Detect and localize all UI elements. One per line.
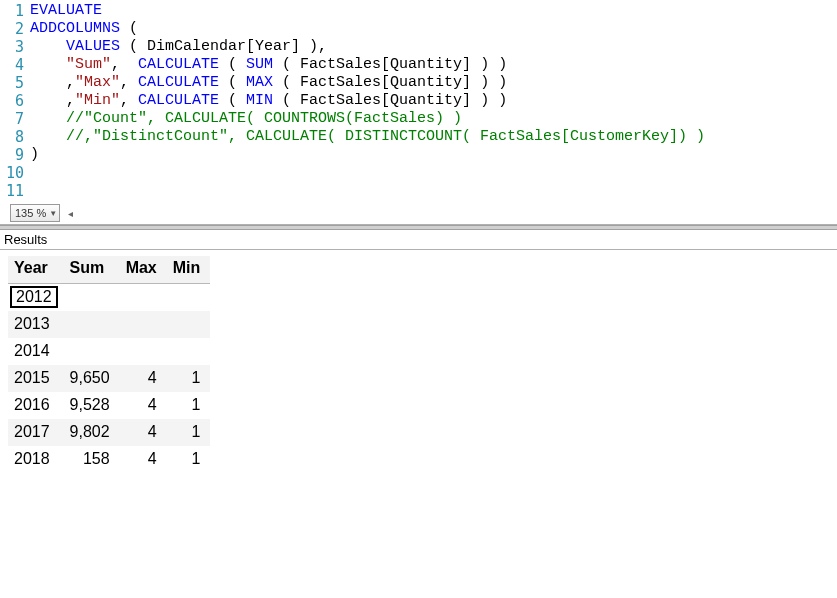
- column-header[interactable]: Max: [120, 256, 167, 284]
- cell-max[interactable]: [120, 284, 167, 312]
- scroll-left-icon[interactable]: ◂: [68, 208, 73, 219]
- line-number: 11: [0, 182, 30, 200]
- line-number: 9: [0, 146, 30, 164]
- cell-min[interactable]: 1: [167, 365, 211, 392]
- cell-year[interactable]: 2013: [8, 311, 64, 338]
- cell-max[interactable]: [120, 311, 167, 338]
- table-row[interactable]: 20159,65041: [8, 365, 210, 392]
- cell-min[interactable]: 1: [167, 392, 211, 419]
- chevron-down-icon: ▼: [49, 209, 57, 218]
- cell-sum[interactable]: [64, 311, 120, 338]
- code-content[interactable]: ): [30, 146, 39, 164]
- cell-sum[interactable]: [64, 284, 120, 312]
- cell-max[interactable]: [120, 338, 167, 365]
- code-line[interactable]: 11: [0, 182, 837, 200]
- cell-min[interactable]: [167, 338, 211, 365]
- code-editor[interactable]: 1EVALUATE2ADDCOLUMNS (3 VALUES ( DimCale…: [0, 0, 837, 200]
- code-line[interactable]: 7 //"Count", CALCULATE( COUNTROWS(FactSa…: [0, 110, 837, 128]
- cell-min[interactable]: 1: [167, 419, 211, 446]
- cell-min[interactable]: 1: [167, 446, 211, 473]
- cell-sum[interactable]: [64, 338, 120, 365]
- line-number: 5: [0, 74, 30, 92]
- cell-year[interactable]: 2014: [8, 338, 64, 365]
- code-line[interactable]: 8 //,"DistinctCount", CALCULATE( DISTINC…: [0, 128, 837, 146]
- cell-sum[interactable]: 9,650: [64, 365, 120, 392]
- cell-year[interactable]: 2017: [8, 419, 64, 446]
- table-header-row: YearSumMaxMin: [8, 256, 210, 284]
- code-content[interactable]: //,"DistinctCount", CALCULATE( DISTINCTC…: [30, 128, 705, 146]
- table-row[interactable]: 2014: [8, 338, 210, 365]
- code-line[interactable]: 2ADDCOLUMNS (: [0, 20, 837, 38]
- table-row[interactable]: 2013: [8, 311, 210, 338]
- table-row[interactable]: 20179,80241: [8, 419, 210, 446]
- cell-max[interactable]: 4: [120, 419, 167, 446]
- code-line[interactable]: 6 ,"Min", CALCULATE ( MIN ( FactSales[Qu…: [0, 92, 837, 110]
- code-line[interactable]: 5 ,"Max", CALCULATE ( MAX ( FactSales[Qu…: [0, 74, 837, 92]
- code-content[interactable]: ,"Max", CALCULATE ( MAX ( FactSales[Quan…: [30, 74, 507, 92]
- code-content[interactable]: VALUES ( DimCalendar[Year] ),: [30, 38, 327, 56]
- cell-sum[interactable]: 9,802: [64, 419, 120, 446]
- line-number: 2: [0, 20, 30, 38]
- line-number: 3: [0, 38, 30, 56]
- column-header[interactable]: Sum: [64, 256, 120, 284]
- code-line[interactable]: 9): [0, 146, 837, 164]
- cell-year[interactable]: 2018: [8, 446, 64, 473]
- cell-max[interactable]: 4: [120, 365, 167, 392]
- results-pane-label: Results: [0, 230, 837, 250]
- column-header[interactable]: Min: [167, 256, 211, 284]
- zoom-bar: 135 % ▼ ◂: [0, 200, 837, 225]
- code-line[interactable]: 4 "Sum", CALCULATE ( SUM ( FactSales[Qua…: [0, 56, 837, 74]
- code-line[interactable]: 3 VALUES ( DimCalendar[Year] ),: [0, 38, 837, 56]
- table-row[interactable]: 2012: [8, 284, 210, 312]
- code-content[interactable]: ADDCOLUMNS (: [30, 20, 138, 38]
- results-grid[interactable]: YearSumMaxMin20122013201420159,650412016…: [0, 250, 837, 473]
- cell-max[interactable]: 4: [120, 446, 167, 473]
- code-content[interactable]: "Sum", CALCULATE ( SUM ( FactSales[Quant…: [30, 56, 507, 74]
- table-row[interactable]: 201815841: [8, 446, 210, 473]
- cell-year[interactable]: 2012: [8, 284, 64, 312]
- cell-max[interactable]: 4: [120, 392, 167, 419]
- line-number: 7: [0, 110, 30, 128]
- cell-year[interactable]: 2016: [8, 392, 64, 419]
- code-line[interactable]: 10: [0, 164, 837, 182]
- cell-year[interactable]: 2015: [8, 365, 64, 392]
- line-number: 6: [0, 92, 30, 110]
- cell-sum[interactable]: 158: [64, 446, 120, 473]
- line-number: 8: [0, 128, 30, 146]
- zoom-dropdown[interactable]: 135 % ▼: [10, 204, 60, 222]
- cell-sum[interactable]: 9,528: [64, 392, 120, 419]
- code-content[interactable]: ,"Min", CALCULATE ( MIN ( FactSales[Quan…: [30, 92, 507, 110]
- line-number: 4: [0, 56, 30, 74]
- cell-min[interactable]: [167, 311, 211, 338]
- cell-min[interactable]: [167, 284, 211, 312]
- zoom-level: 135 %: [15, 207, 46, 219]
- column-header[interactable]: Year: [8, 256, 64, 284]
- table-row[interactable]: 20169,52841: [8, 392, 210, 419]
- code-line[interactable]: 1EVALUATE: [0, 2, 837, 20]
- code-content[interactable]: EVALUATE: [30, 2, 102, 20]
- line-number: 10: [0, 164, 30, 182]
- line-number: 1: [0, 2, 30, 20]
- code-content[interactable]: //"Count", CALCULATE( COUNTROWS(FactSale…: [30, 110, 462, 128]
